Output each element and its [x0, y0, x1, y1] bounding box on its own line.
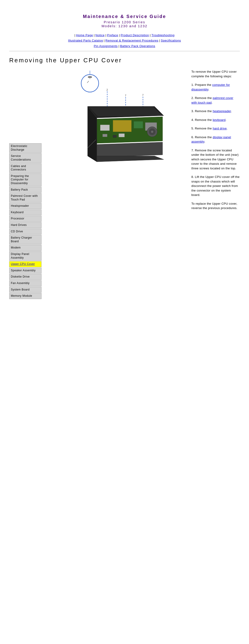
intro-text: To remove the Upper CPU cover complete t… [191, 70, 240, 78]
right-column: To remove the Upper CPU cover complete t… [189, 70, 240, 300]
svg-text:7: 7 [142, 94, 144, 96]
nav-troubleshooting[interactable]: Troubleshooting [152, 34, 175, 37]
svg-rect-21 [103, 134, 107, 137]
nav-bar: | Home Page | Notice | Preface | Product… [9, 32, 240, 49]
nav-preface[interactable]: Preface [107, 34, 118, 37]
step6-block: 6. Remove the display panel assembly. [191, 135, 240, 144]
sidebar-item-cables[interactable]: Cables and Connectors [9, 163, 41, 173]
nav-sep1: | [94, 34, 95, 37]
sidebar-item-diskette[interactable]: Diskette Drive [9, 274, 41, 280]
main-layout: Electrostatic Discharge Service Consider… [9, 70, 240, 300]
step4-text: 4. Remove the keyboard. [191, 118, 240, 122]
sidebar-item-keyboard[interactable]: Keyboard [9, 210, 41, 216]
outro-text: To replace the Upper CPU cover, reverse … [191, 202, 240, 210]
step6-text: 6. Remove the display panel assembly. [191, 135, 240, 144]
page-title: Removing the Upper CPU Cover [9, 57, 240, 64]
sidebar-item-battery-charger[interactable]: Battery Charger Board [9, 235, 41, 244]
step8-text: 8. Lift the Upper CPU cover off the snap… [191, 175, 240, 197]
svg-rect-17 [100, 125, 109, 130]
step5-link[interactable]: hard drive [213, 127, 227, 130]
main-title: Maintenance & Service Guide [9, 14, 240, 19]
center-column: 2 7 7 [41, 70, 189, 300]
sidebar-item-processor[interactable]: Processor [9, 216, 41, 222]
sidebar-item-heatspreader[interactable]: Heatspreader [9, 203, 41, 209]
nav-illustrated-parts[interactable]: Illustrated Parts Catalog [68, 39, 103, 42]
step4-link[interactable]: keyboard [213, 118, 226, 122]
nav-pin[interactable]: Pin Assignments [94, 44, 118, 48]
svg-text:2: 2 [106, 88, 108, 91]
svg-marker-12 [90, 108, 161, 116]
nav-specifications[interactable]: Specifications [161, 39, 181, 42]
nav-sep7: | [118, 44, 120, 48]
svg-text:7: 7 [125, 94, 126, 97]
nav-sep6: | [159, 39, 161, 42]
step7-block: 7. Remove the screw located under the bo… [191, 148, 240, 171]
nav-product-desc[interactable]: Product Description [121, 34, 149, 37]
sidebar-item-palmrest[interactable]: Palmrest Cover with Touch Pad [9, 193, 41, 202]
step5-text: 5. Remove the hard drive. [191, 126, 240, 131]
sidebar-item-modem[interactable]: Modem [9, 245, 41, 251]
step1-block: 1. Prepare the computer for disassembly. [191, 82, 240, 92]
step3-block: 3. Remove the heatspreader. [191, 109, 240, 114]
step2-block: 2. Remove the palmrest cover with touch … [191, 96, 240, 105]
step5-block: 5. Remove the hard drive. [191, 126, 240, 131]
nav-battery-ops[interactable]: Battery Pack Operations [120, 44, 155, 48]
header-divider [9, 51, 240, 51]
sidebar: Electrostatic Discharge Service Consider… [9, 143, 41, 300]
svg-rect-23 [119, 134, 124, 137]
step2-text: 2. Remove the palmrest cover with touch … [191, 96, 240, 105]
svg-marker-24 [97, 142, 163, 157]
svg-line-2 [87, 81, 89, 83]
sidebar-item-system-board[interactable]: System Board [9, 287, 41, 293]
nav-sep4: | [150, 34, 152, 37]
svg-rect-22 [113, 135, 116, 138]
subtitle-line3: Models: 1230 and 1232 [9, 24, 240, 28]
nav-sep5: | [104, 39, 105, 42]
intro-block: To remove the Upper CPU cover complete t… [191, 70, 240, 78]
svg-marker-25 [88, 156, 164, 162]
sidebar-item-preparing[interactable]: Preparing the Computer for Disassembly [9, 173, 41, 186]
sidebar-item-cd-drive[interactable]: CD Drive [9, 229, 41, 235]
step7-text: 7. Remove the screw located under the bo… [191, 148, 240, 171]
subtitle-line2: Presario 1200 Series [9, 20, 240, 24]
sidebar-item-fan[interactable]: Fan Assembly [9, 280, 41, 286]
svg-rect-14 [113, 120, 131, 132]
svg-rect-15 [134, 121, 143, 128]
diagram-area: 2 7 7 [67, 70, 164, 185]
nav-home[interactable]: Home Page [76, 34, 93, 37]
laptop-diagram: 2 7 7 [67, 70, 164, 180]
sidebar-item-hard-drives[interactable]: Hard Drives [9, 222, 41, 228]
sidebar-item-display[interactable]: Display Panel Assembly [9, 251, 41, 261]
step4-block: 4. Remove the keyboard. [191, 118, 240, 122]
sidebar-item-upper-cpu[interactable]: Upper CPU Cover [9, 261, 41, 267]
sidebar-item-service[interactable]: Service Considerations [9, 153, 41, 163]
svg-point-20 [151, 130, 153, 133]
sidebar-item-electrostatic[interactable]: Electrostatic Discharge [9, 143, 41, 153]
step1-text: 1. Prepare the computer for disassembly. [191, 82, 240, 92]
sidebar-item-battery-pack[interactable]: Battery Pack [9, 187, 41, 193]
nav-notice[interactable]: Notice [95, 34, 105, 37]
page-header: Maintenance & Service Guide Presario 120… [9, 14, 240, 28]
nav-removal[interactable]: Removal & Replacement Procedures [105, 39, 158, 42]
step3-text: 3. Remove the heatspreader. [191, 109, 240, 114]
sidebar-item-speaker[interactable]: Speaker Assembly [9, 268, 41, 274]
step3-link[interactable]: heatspreader [213, 109, 231, 113]
sidebar-item-memory[interactable]: Memory Module [9, 293, 41, 299]
nav-separator: | [74, 34, 76, 37]
outro-block: To replace the Upper CPU cover, reverse … [191, 202, 240, 210]
step8-block: 8. Lift the Upper CPU cover off the snap… [191, 175, 240, 197]
